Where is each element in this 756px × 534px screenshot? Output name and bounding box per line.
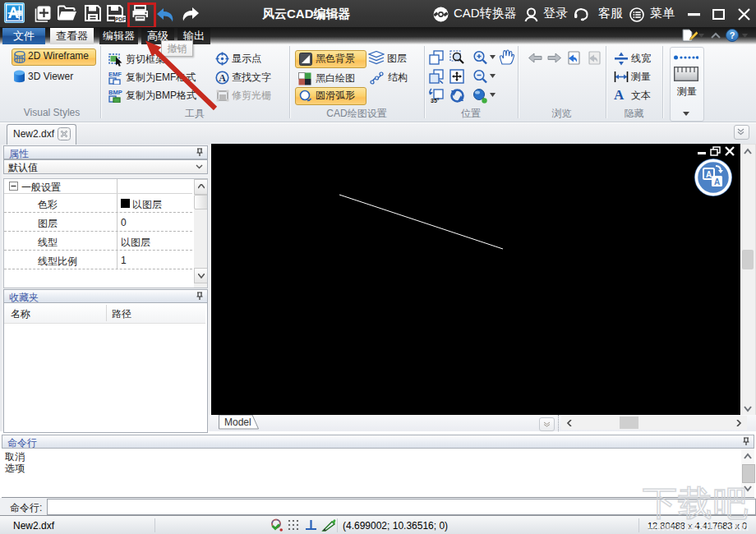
svg-text:A: A xyxy=(219,72,226,84)
svg-text:下载吧: 下载吧 xyxy=(643,484,749,522)
svg-text:BMP: BMP xyxy=(108,89,122,96)
svg-text:A: A xyxy=(706,170,712,179)
svg-text:PDF: PDF xyxy=(115,16,126,22)
svg-text:Model: Model xyxy=(224,417,251,428)
svg-text:35°: 35° xyxy=(431,98,440,104)
svg-text:EMF: EMF xyxy=(108,71,122,78)
svg-text:www.xiazaiba.com: www.xiazaiba.com xyxy=(647,520,749,533)
svg-text:?: ? xyxy=(730,30,735,40)
svg-text:A: A xyxy=(714,177,720,186)
